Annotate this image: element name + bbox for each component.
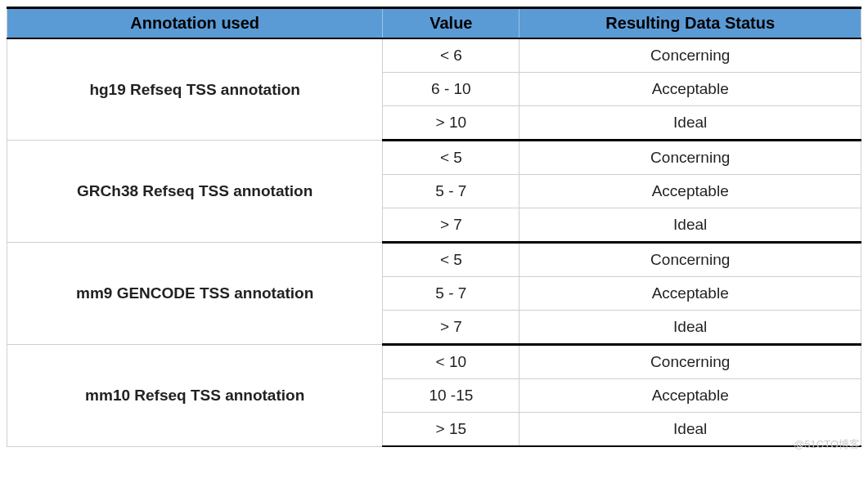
value-cell: < 5 [383, 141, 519, 175]
value-cell: < 5 [383, 243, 519, 277]
status-cell: Ideal [519, 208, 861, 243]
header-annotation: Annotation used [7, 8, 383, 39]
annotation-cell: mm10 Refseq TSS annotation [7, 345, 383, 447]
status-cell: Acceptable [519, 277, 861, 311]
value-cell: > 7 [383, 208, 519, 243]
value-cell: 10 -15 [383, 379, 519, 413]
value-cell: 5 - 7 [383, 277, 519, 311]
annotation-cell: GRCh38 Refseq TSS annotation [7, 141, 383, 243]
header-value: Value [383, 8, 519, 39]
table-header-row: Annotation used Value Resulting Data Sta… [7, 8, 861, 39]
status-cell: Concerning [519, 38, 861, 73]
value-cell: 5 - 7 [383, 175, 519, 208]
status-cell: Acceptable [519, 73, 861, 106]
annotation-cell: mm9 GENCODE TSS annotation [7, 243, 383, 345]
status-cell: Ideal [519, 311, 861, 345]
value-cell: > 7 [383, 311, 519, 345]
value-cell: < 10 [383, 345, 519, 379]
watermark-text: @51CTO博客 [794, 437, 860, 452]
table-row: GRCh38 Refseq TSS annotation < 5 Concern… [7, 141, 861, 175]
table-row: hg19 Refseq TSS annotation < 6 Concernin… [7, 38, 861, 73]
value-cell: > 10 [383, 106, 519, 141]
annotation-cell: hg19 Refseq TSS annotation [7, 38, 383, 141]
value-cell: 6 - 10 [383, 73, 519, 106]
status-cell: Concerning [519, 243, 861, 277]
status-cell: Ideal [519, 106, 861, 141]
table-row: mm10 Refseq TSS annotation < 10 Concerni… [7, 345, 861, 379]
status-cell: Acceptable [519, 379, 861, 413]
annotation-threshold-table: Annotation used Value Resulting Data Sta… [7, 7, 861, 447]
table-row: mm9 GENCODE TSS annotation < 5 Concernin… [7, 243, 861, 277]
status-cell: Concerning [519, 345, 861, 379]
status-cell: Concerning [519, 141, 861, 175]
value-cell: > 15 [383, 413, 519, 447]
status-cell: Acceptable [519, 175, 861, 208]
header-status: Resulting Data Status [519, 8, 861, 39]
value-cell: < 6 [383, 38, 519, 73]
